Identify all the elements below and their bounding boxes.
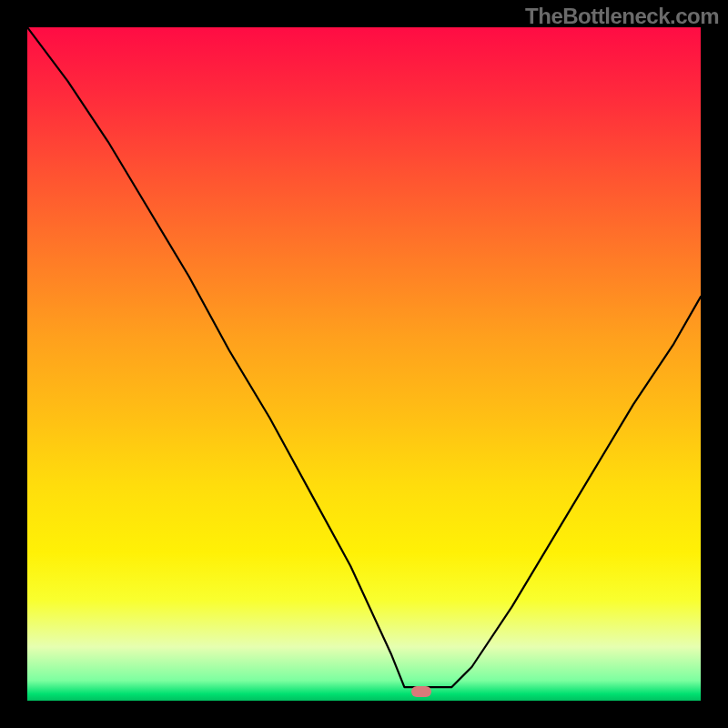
watermark-text: TheBottleneck.com	[525, 4, 719, 29]
bottleneck-curve	[27, 27, 701, 701]
plot-area	[27, 27, 701, 701]
chart-frame: TheBottleneck.com	[0, 0, 728, 728]
optimal-marker	[411, 686, 431, 697]
